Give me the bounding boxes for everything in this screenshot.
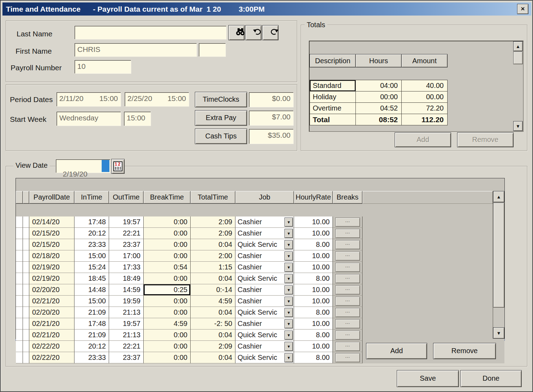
cell-payrolldate[interactable]: 02/21/20 [29, 296, 74, 307]
row-indicator-cell[interactable] [23, 341, 29, 352]
cell-job[interactable]: Quick Servic▼ [235, 239, 294, 250]
cash-tips-value[interactable]: $35.00 [248, 129, 294, 144]
job-dropdown-button[interactable]: ▼ [285, 229, 293, 238]
cell-breaktime[interactable]: 0:54 [144, 262, 191, 273]
cell-hourlyrate[interactable]: 8.00 [294, 329, 333, 341]
cell-payrolldate[interactable]: 02/21/20 [29, 329, 74, 341]
row-selector-cell[interactable] [16, 341, 23, 352]
cell-job[interactable]: Cashier▼ [235, 318, 294, 329]
col-intime[interactable]: InTime [74, 191, 109, 204]
cell-hourlyrate[interactable]: 10.00 [294, 284, 333, 296]
cell-hourlyrate[interactable]: 8.00 [294, 352, 333, 363]
col-payrolldate[interactable]: PayrollDate [29, 191, 74, 204]
cell-breaktime[interactable]: 0:00 [144, 329, 191, 341]
cell-totaltime[interactable]: 0:-14 [191, 284, 235, 296]
totals-col-description[interactable]: Description [310, 54, 356, 67]
row-selector-cell[interactable] [16, 273, 23, 284]
cell-payrolldate[interactable]: 02/15/20 [29, 228, 74, 239]
cell-hourlyrate[interactable]: 10.00 [294, 318, 333, 329]
totals-cell-hours[interactable]: 00:00 [355, 91, 402, 103]
breaks-ellipsis-button[interactable]: ... [335, 229, 360, 238]
row-indicator-cell[interactable] [23, 216, 29, 228]
start-week-day-input[interactable]: Wednesday [56, 111, 121, 126]
col-breaktime[interactable]: BreakTime [144, 191, 191, 204]
cell-outtime[interactable]: 19:59 [109, 296, 144, 307]
cell-breaktime[interactable]: 0:00 [144, 341, 191, 352]
col-outtime[interactable]: OutTime [109, 191, 144, 204]
last-name-input[interactable] [74, 25, 227, 40]
view-date-input[interactable]: 2/19/20 [55, 159, 110, 173]
breaks-ellipsis-button[interactable]: ... [335, 218, 360, 227]
cell-payrolldate[interactable]: 02/22/20 [29, 341, 74, 352]
job-dropdown-button[interactable]: ▼ [285, 297, 293, 306]
start-week-time-input[interactable]: 15:00 [124, 111, 151, 126]
row-selector-cell[interactable] [16, 352, 23, 363]
cell-intime[interactable]: 23:33 [74, 352, 109, 363]
cell-totaltime[interactable]: 1:15 [191, 262, 235, 273]
grid-scroll-thumb[interactable] [493, 203, 504, 308]
job-dropdown-button[interactable]: ▼ [285, 251, 293, 261]
job-dropdown-button[interactable]: ▼ [285, 319, 293, 328]
breaks-ellipsis-button[interactable]: ... [335, 274, 360, 283]
grid-add-button[interactable]: Add [366, 343, 427, 359]
breaks-ellipsis-button[interactable]: ... [335, 297, 360, 306]
breaks-ellipsis-button[interactable]: ... [335, 342, 360, 351]
breaks-ellipsis-button[interactable]: ... [335, 353, 360, 362]
row-indicator-cell[interactable] [23, 239, 29, 250]
cell-job[interactable]: Quick Servic▼ [235, 352, 294, 363]
row-selector-cell[interactable] [16, 228, 23, 239]
row-indicator-cell[interactable] [23, 273, 29, 284]
cell-job[interactable]: Quick Servic▼ [235, 329, 294, 341]
cell-totaltime[interactable]: 0:04 [191, 307, 235, 318]
cell-breaktime[interactable]: 0:00 [144, 250, 191, 262]
breaks-ellipsis-button[interactable]: ... [335, 240, 360, 249]
cell-job[interactable]: Cashier▼ [235, 262, 294, 273]
cell-breaktime[interactable]: 4:59 [144, 318, 191, 329]
cell-job[interactable]: Cashier▼ [235, 216, 294, 228]
col-hourlyrate[interactable]: HourlyRate [294, 191, 333, 204]
cell-outtime[interactable]: 21:13 [109, 307, 144, 318]
totals-add-button[interactable]: Add [395, 132, 451, 147]
breaks-ellipsis-button[interactable]: ... [335, 308, 360, 317]
cell-job[interactable]: Cashier▼ [235, 250, 294, 262]
breaks-ellipsis-button[interactable]: ... [335, 319, 360, 328]
payroll-number-input[interactable]: 10 [74, 60, 131, 74]
job-dropdown-button[interactable]: ▼ [285, 331, 293, 340]
cell-breaktime[interactable]: 0:00 [144, 273, 191, 284]
totals-cell-amount[interactable]: 72.20 [401, 102, 448, 114]
totals-cell-hours[interactable]: 04:00 [355, 80, 402, 91]
timeclocks-button[interactable]: TimeClocks [195, 92, 247, 107]
cell-totaltime[interactable]: 2:00 [191, 250, 235, 262]
job-dropdown-button[interactable]: ▼ [285, 263, 293, 272]
calendar-button[interactable]: 12 [111, 159, 125, 174]
cell-totaltime[interactable]: 2:09 [191, 216, 235, 228]
cell-totaltime[interactable]: 0:04 [191, 352, 235, 363]
totals-scrollbar[interactable]: ▲ ▼ [513, 41, 523, 131]
row-indicator-cell[interactable] [23, 329, 29, 341]
job-dropdown-button[interactable]: ▼ [285, 240, 293, 249]
cell-job[interactable]: Cashier▼ [235, 296, 294, 307]
row-selector-cell[interactable] [16, 329, 23, 341]
totals-cell-description[interactable]: Overtime [310, 102, 356, 114]
cell-payrolldate[interactable]: 02/21/20 [29, 318, 74, 329]
period-start-input[interactable]: 2/11/20 15:00 [56, 92, 121, 107]
undo-button[interactable] [245, 25, 262, 40]
done-button[interactable]: Done [460, 370, 522, 387]
row-indicator-cell[interactable] [23, 307, 29, 318]
row-selector-cell[interactable] [16, 307, 23, 318]
cell-breaktime[interactable]: 0:00 [144, 352, 191, 363]
totals-scroll-thumb[interactable] [513, 52, 523, 64]
grid-scroll-up-icon[interactable]: ▲ [493, 191, 504, 202]
cell-outtime[interactable]: 14:59 [109, 284, 144, 296]
cell-totaltime[interactable]: 0:04 [191, 329, 235, 341]
totals-col-hours[interactable]: Hours [355, 54, 402, 67]
cell-totaltime[interactable]: 2:09 [191, 341, 235, 352]
cell-outtime[interactable]: 22:21 [109, 228, 144, 239]
cell-intime[interactable]: 14:48 [74, 284, 109, 296]
totals-cell-hours[interactable]: 08:52 [355, 114, 402, 125]
row-selector-cell[interactable] [16, 216, 23, 228]
cell-intime[interactable]: 18:45 [74, 273, 109, 284]
col-breaks[interactable]: Breaks [333, 191, 363, 204]
period-end-input[interactable]: 2/25/20 15:00 [124, 92, 189, 107]
cell-hourlyrate[interactable]: 8.00 [294, 307, 333, 318]
